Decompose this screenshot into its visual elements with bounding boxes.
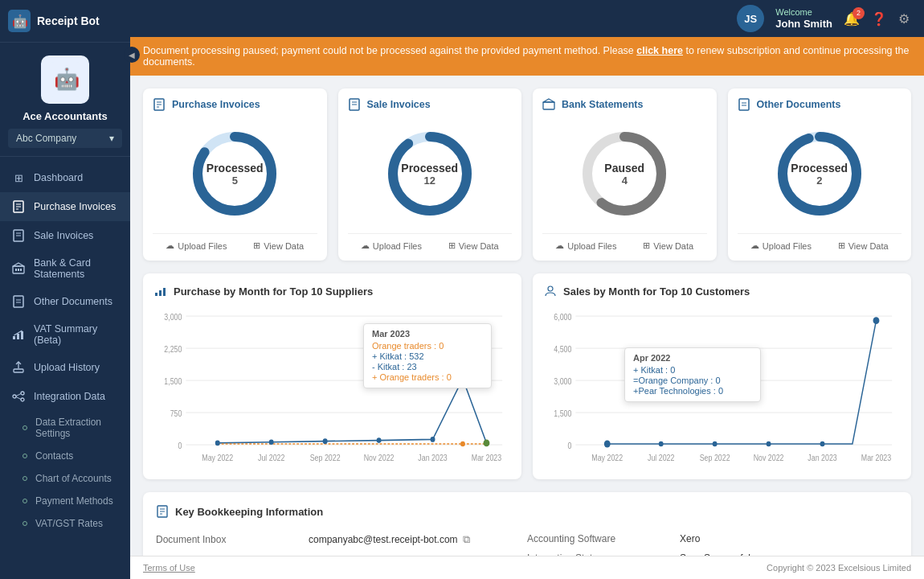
bookkeeping-title: Key Bookkeeping Information xyxy=(156,505,898,518)
sub-dot-icon xyxy=(22,425,27,430)
help-button[interactable]: ❓ xyxy=(871,11,887,27)
upload-label: Upload Files xyxy=(373,241,422,251)
donut-chart: Processed 5 xyxy=(186,125,283,222)
bookkeeping-right: Accounting Software Xero Integration Sta… xyxy=(527,529,898,556)
svg-text:Nov 2022: Nov 2022 xyxy=(754,454,784,463)
purchase-invoices-icon xyxy=(11,199,26,214)
sidebar-sub-label: Data Extraction Settings xyxy=(35,417,119,439)
dashboard-icon: ⊞ xyxy=(11,170,26,185)
other-docs-icon xyxy=(11,294,26,309)
bank-card-icon xyxy=(542,98,555,111)
card-header: Other Documents xyxy=(738,98,902,111)
card-title: Bank Statements xyxy=(562,99,643,110)
sidebar-sub-data-extraction[interactable]: Data Extraction Settings xyxy=(0,411,130,445)
svg-point-94 xyxy=(659,441,664,447)
alert-banner: Document processing paused; payment coul… xyxy=(130,37,924,76)
banner-link[interactable]: click here xyxy=(636,45,683,56)
svg-point-76 xyxy=(548,286,553,291)
view-icon: ⊞ xyxy=(838,240,845,251)
banner-text: Document processing paused; payment coul… xyxy=(143,45,636,56)
purchase-invoices-card-icon xyxy=(153,98,166,111)
upload-files-button[interactable]: ☁ Upload Files xyxy=(166,240,227,251)
sales-chart-svg: 6,000 4,500 3,000 1,500 0 May 2022 Jul 2… xyxy=(544,307,900,468)
header: JS Welcome John Smith 🔔 2 ❓ ⚙ xyxy=(130,0,924,37)
sub-dot-icon xyxy=(22,476,27,481)
svg-point-26 xyxy=(21,398,24,401)
sidebar-sub-payment-methods[interactable]: Payment Methods xyxy=(0,490,130,512)
chart-title: Purchase by Month for Top 10 Suppliers xyxy=(154,285,510,298)
sidebar-collapse-btn[interactable]: ◀ xyxy=(124,47,140,63)
copy-icon[interactable]: ⧉ xyxy=(463,533,470,546)
svg-rect-13 xyxy=(18,269,19,271)
svg-point-95 xyxy=(713,441,718,447)
svg-text:May 2022: May 2022 xyxy=(202,454,233,463)
svg-point-71 xyxy=(377,437,382,443)
bookkeeping-row: Integration Status Sync Successful xyxy=(527,548,898,556)
sidebar-item-label: VAT Summary (Beta) xyxy=(34,323,119,346)
svg-point-24 xyxy=(13,395,16,398)
sidebar-sub-vat-gst-rates[interactable]: VAT/GST Rates xyxy=(0,512,130,535)
chevron-down-icon: ▾ xyxy=(109,133,114,144)
svg-line-27 xyxy=(16,394,21,396)
card-chart: Processed 12 xyxy=(348,117,513,230)
sidebar-item-upload-history[interactable]: Upload History xyxy=(0,353,130,382)
card-purchase-invoices: Purchase Invoices Processed 5 xyxy=(143,88,327,261)
help-icon: ❓ xyxy=(871,12,887,26)
sidebar-sub-chart-of-accounts[interactable]: Chart of Accounts xyxy=(0,467,130,490)
bookkeeping-row: Base Currency GBP xyxy=(156,550,527,556)
card-actions: ☁ Upload Files ⊞ View Data xyxy=(738,233,902,251)
svg-text:750: 750 xyxy=(170,409,182,418)
sidebar-item-other-documents[interactable]: Other Documents xyxy=(0,287,130,316)
svg-text:Nov 2022: Nov 2022 xyxy=(364,454,395,463)
upload-files-button[interactable]: ☁ Upload Files xyxy=(555,240,616,251)
settings-button[interactable]: ⚙ xyxy=(898,11,910,27)
upload-icon xyxy=(11,360,26,375)
upload-icon: ☁ xyxy=(361,240,370,251)
view-data-button[interactable]: ⊞ View Data xyxy=(643,240,693,251)
view-data-button[interactable]: ⊞ View Data xyxy=(448,240,499,251)
svg-point-75 xyxy=(460,441,465,447)
chart-title: Sales by Month for Top 10 Customers xyxy=(544,285,900,298)
terms-of-use-link[interactable]: Terms of Use xyxy=(143,563,195,573)
upload-files-button[interactable]: ☁ Upload Files xyxy=(361,240,422,251)
vat-icon xyxy=(11,327,26,342)
sidebar-item-sale-invoices[interactable]: Sale Invoices xyxy=(0,221,130,250)
sales-chart-card: Sales by Month for Top 10 Customers 6,00… xyxy=(533,273,911,479)
sidebar-item-dashboard[interactable]: ⊞ Dashboard xyxy=(0,163,130,192)
sidebar-item-purchase-invoices[interactable]: Purchase Invoices xyxy=(0,192,130,221)
bookkeeping-heading: Key Bookkeeping Information xyxy=(175,506,323,518)
donut-label: Paused 4 xyxy=(604,162,644,187)
svg-point-74 xyxy=(484,439,490,446)
field-label: Document Inbox xyxy=(156,534,309,545)
svg-text:3,000: 3,000 xyxy=(554,376,571,386)
donut-count: 4 xyxy=(604,175,644,187)
charts-row: Purchase by Month for Top 10 Suppliers 3… xyxy=(143,273,911,479)
field-value: Xero xyxy=(680,533,700,544)
svg-point-73 xyxy=(460,375,466,382)
copyright-text: Copyright © 2023 Excelsious Limited xyxy=(767,563,911,573)
sales-chart-area: 6,000 4,500 3,000 1,500 0 May 2022 Jul 2… xyxy=(544,307,900,468)
bar-chart-icon xyxy=(154,285,167,298)
svg-text:0: 0 xyxy=(178,441,182,450)
notifications-button[interactable]: 🔔 2 xyxy=(844,11,860,27)
sale-invoices-icon xyxy=(11,228,26,243)
sidebar-item-label: Integration Data xyxy=(34,391,105,402)
view-data-button[interactable]: ⊞ View Data xyxy=(838,240,889,251)
sidebar-item-integration-data[interactable]: Integration Data xyxy=(0,382,130,411)
field-label: Accounting Software xyxy=(527,533,680,544)
upload-files-button[interactable]: ☁ Upload Files xyxy=(750,240,812,251)
bookkeeping-row: Accounting Software Xero xyxy=(527,529,898,548)
svg-text:0: 0 xyxy=(568,441,572,450)
svg-text:Jul 2022: Jul 2022 xyxy=(648,454,674,463)
svg-point-69 xyxy=(269,439,274,445)
sidebar-sub-contacts[interactable]: Contacts xyxy=(0,445,130,467)
company-selector[interactable]: Abc Company ▾ xyxy=(8,129,122,148)
donut-label: Processed 2 xyxy=(791,162,848,187)
purchase-chart-svg: 3,000 2,250 1,500 750 0 May 2022 Jul 202… xyxy=(154,307,510,468)
svg-text:Mar 2023: Mar 2023 xyxy=(472,454,501,463)
svg-text:Jan 2023: Jan 2023 xyxy=(807,454,836,463)
svg-point-72 xyxy=(431,437,435,442)
sidebar-item-bank-statements[interactable]: Bank & Card Statements xyxy=(0,250,130,287)
view-data-button[interactable]: ⊞ View Data xyxy=(253,240,304,251)
sidebar-item-vat-summary[interactable]: VAT Summary (Beta) xyxy=(0,316,130,353)
